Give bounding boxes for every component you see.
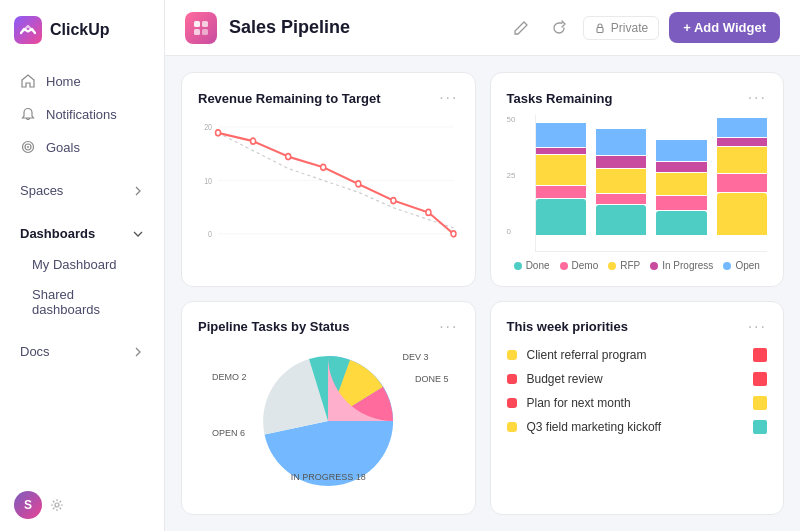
svg-point-3 bbox=[27, 146, 29, 148]
dashboard-grid: Revenue Remaining to Target ··· 20 10 0 bbox=[165, 56, 800, 531]
add-widget-button[interactable]: + Add Widget bbox=[669, 12, 780, 43]
sidebar-item-my-dashboard[interactable]: My Dashboard bbox=[6, 250, 158, 279]
svg-point-17 bbox=[251, 138, 256, 144]
dashboards-section-header[interactable]: Dashboards bbox=[6, 218, 158, 249]
bar-group-2 bbox=[596, 115, 646, 235]
pipeline-pie-area: DEV 3 DONE 5 IN PROGRESS 18 OPEN 6 DEMO … bbox=[198, 344, 459, 499]
priority-dot-0 bbox=[507, 350, 517, 360]
priorities-card-menu[interactable]: ··· bbox=[748, 318, 767, 336]
priority-flag-3 bbox=[753, 420, 767, 434]
bar-chart-y-axis: 50 25 0 bbox=[507, 115, 516, 236]
avatar[interactable]: S bbox=[14, 491, 42, 519]
sidebar-item-notifications-label: Notifications bbox=[46, 107, 117, 122]
priority-flag-1 bbox=[753, 372, 767, 386]
priority-dot-3 bbox=[507, 422, 517, 432]
home-icon bbox=[20, 73, 36, 89]
sidebar-item-notifications[interactable]: Notifications bbox=[6, 98, 158, 130]
docs-section-header[interactable]: Docs bbox=[6, 336, 158, 367]
chevron-right-docs-icon bbox=[132, 346, 144, 358]
bar-rfp-4 bbox=[717, 147, 767, 173]
legend-demo: Demo bbox=[560, 260, 599, 271]
tasks-card-title: Tasks Remaining bbox=[507, 91, 613, 106]
bell-icon bbox=[20, 106, 36, 122]
sidebar-item-shared-dashboards[interactable]: Shared dashboards bbox=[6, 280, 158, 324]
sidebar-item-home-label: Home bbox=[46, 74, 81, 89]
priority-item-3: Q3 field marketing kickoff bbox=[507, 420, 768, 434]
bar-demo-2 bbox=[596, 194, 646, 204]
bar-rfp-2 bbox=[596, 169, 646, 193]
private-badge[interactable]: Private bbox=[583, 16, 659, 40]
svg-rect-6 bbox=[202, 21, 208, 27]
bar-demo-4 bbox=[717, 174, 767, 192]
refresh-icon-button[interactable] bbox=[545, 14, 573, 42]
legend-rfp-dot bbox=[608, 262, 616, 270]
docs-label: Docs bbox=[20, 344, 50, 359]
svg-rect-9 bbox=[597, 27, 603, 32]
spaces-section-header[interactable]: Spaces bbox=[6, 175, 158, 206]
legend-inprogress-label: In Progress bbox=[662, 260, 713, 271]
logo: ClickUp bbox=[0, 0, 164, 60]
docs-section: Docs bbox=[0, 336, 164, 367]
lock-icon bbox=[594, 22, 606, 34]
legend-open-label: Open bbox=[735, 260, 759, 271]
settings-icon[interactable] bbox=[50, 498, 64, 512]
bar-done-2 bbox=[596, 205, 646, 235]
priority-dot-1 bbox=[507, 374, 517, 384]
bar-inprogress-1 bbox=[536, 148, 586, 154]
shared-dashboards-label: Shared dashboards bbox=[32, 287, 100, 317]
chevron-down-icon bbox=[132, 228, 144, 240]
bar-groups bbox=[535, 115, 768, 252]
pipeline-card: Pipeline Tasks by Status ··· bbox=[181, 301, 476, 516]
edit-icon-button[interactable] bbox=[507, 14, 535, 42]
tasks-card-header: Tasks Remaining ··· bbox=[507, 89, 768, 107]
svg-point-23 bbox=[451, 231, 456, 237]
logo-text: ClickUp bbox=[50, 21, 110, 39]
bar-done-1 bbox=[536, 199, 586, 235]
pipeline-card-menu[interactable]: ··· bbox=[439, 318, 458, 336]
revenue-card-menu[interactable]: ··· bbox=[439, 89, 458, 107]
legend-done-dot bbox=[514, 262, 522, 270]
priority-item-2: Plan for next month bbox=[507, 396, 768, 410]
pipeline-card-header: Pipeline Tasks by Status ··· bbox=[198, 318, 459, 336]
legend-done-label: Done bbox=[526, 260, 550, 271]
sidebar: ClickUp Home Notifications Goals Spaces bbox=[0, 0, 165, 531]
bar-open-4 bbox=[717, 118, 767, 137]
legend-demo-label: Demo bbox=[572, 260, 599, 271]
pie-label-inprogress: IN PROGRESS 18 bbox=[291, 472, 366, 482]
my-dashboard-label: My Dashboard bbox=[32, 257, 117, 272]
bar-open-2 bbox=[596, 129, 646, 155]
sidebar-footer: S bbox=[0, 479, 164, 531]
legend-open: Open bbox=[723, 260, 759, 271]
pie-label-open: OPEN 6 bbox=[212, 428, 245, 438]
priority-item-1: Budget review bbox=[507, 372, 768, 386]
bar-rfp-3 bbox=[656, 173, 706, 195]
priorities-card-header: This week priorities ··· bbox=[507, 318, 768, 336]
y-label-25: 25 bbox=[507, 171, 516, 180]
priority-flag-2 bbox=[753, 396, 767, 410]
priority-list: Client referral program Budget review Pl… bbox=[507, 348, 768, 499]
legend-inprogress-dot bbox=[650, 262, 658, 270]
bar-inprogress-4 bbox=[717, 138, 767, 145]
sidebar-item-goals[interactable]: Goals bbox=[6, 131, 158, 163]
svg-point-19 bbox=[321, 164, 326, 170]
pie-label-done: DONE 5 bbox=[415, 374, 449, 384]
tasks-bar-chart: 50 25 0 bbox=[507, 115, 768, 271]
revenue-card-title: Revenue Remaining to Target bbox=[198, 91, 381, 106]
legend-done: Done bbox=[514, 260, 550, 271]
sidebar-item-goals-label: Goals bbox=[46, 140, 80, 155]
svg-text:0: 0 bbox=[208, 230, 212, 240]
page-icon bbox=[185, 12, 217, 44]
sidebar-item-home[interactable]: Home bbox=[6, 65, 158, 97]
bar-rfp-1 bbox=[536, 155, 586, 185]
tasks-card: Tasks Remaining ··· 50 25 0 bbox=[490, 72, 785, 287]
bar-demo-3 bbox=[656, 196, 706, 210]
bar-done-4 bbox=[717, 193, 767, 235]
target-icon bbox=[20, 139, 36, 155]
bar-inprogress-3 bbox=[656, 162, 706, 172]
priority-dot-2 bbox=[507, 398, 517, 408]
svg-point-22 bbox=[426, 209, 431, 215]
tasks-card-menu[interactable]: ··· bbox=[748, 89, 767, 107]
legend-rfp: RFP bbox=[608, 260, 640, 271]
bar-group-3 bbox=[656, 115, 706, 235]
dashboards-section: Dashboards My Dashboard Shared dashboard… bbox=[0, 218, 164, 324]
